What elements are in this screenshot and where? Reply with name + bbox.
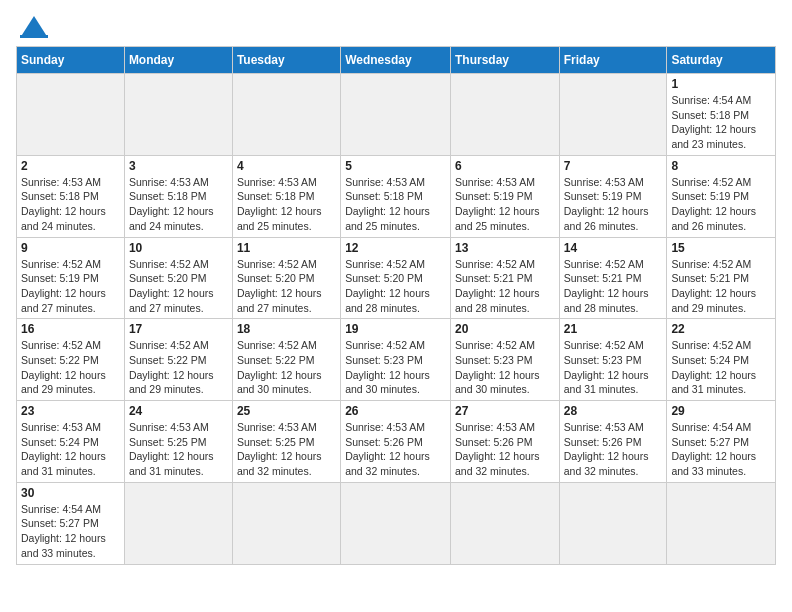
calendar-cell xyxy=(450,482,559,564)
day-number: 21 xyxy=(564,322,663,336)
calendar-cell xyxy=(450,74,559,156)
day-info: Sunrise: 4:53 AM Sunset: 5:26 PM Dayligh… xyxy=(564,420,663,479)
day-info: Sunrise: 4:53 AM Sunset: 5:18 PM Dayligh… xyxy=(237,175,336,234)
day-info: Sunrise: 4:53 AM Sunset: 5:26 PM Dayligh… xyxy=(455,420,555,479)
calendar-cell: 10Sunrise: 4:52 AM Sunset: 5:20 PM Dayli… xyxy=(124,237,232,319)
header xyxy=(16,16,776,38)
weekday-header-tuesday: Tuesday xyxy=(232,47,340,74)
day-number: 24 xyxy=(129,404,228,418)
day-info: Sunrise: 4:52 AM Sunset: 5:23 PM Dayligh… xyxy=(564,338,663,397)
calendar-cell xyxy=(667,482,776,564)
calendar-cell: 23Sunrise: 4:53 AM Sunset: 5:24 PM Dayli… xyxy=(17,401,125,483)
day-info: Sunrise: 4:53 AM Sunset: 5:26 PM Dayligh… xyxy=(345,420,446,479)
day-info: Sunrise: 4:53 AM Sunset: 5:19 PM Dayligh… xyxy=(564,175,663,234)
weekday-header-sunday: Sunday xyxy=(17,47,125,74)
calendar-cell: 6Sunrise: 4:53 AM Sunset: 5:19 PM Daylig… xyxy=(450,155,559,237)
calendar-week-row: 16Sunrise: 4:52 AM Sunset: 5:22 PM Dayli… xyxy=(17,319,776,401)
day-info: Sunrise: 4:54 AM Sunset: 5:27 PM Dayligh… xyxy=(21,502,120,561)
calendar-cell: 30Sunrise: 4:54 AM Sunset: 5:27 PM Dayli… xyxy=(17,482,125,564)
day-number: 6 xyxy=(455,159,555,173)
calendar-cell: 15Sunrise: 4:52 AM Sunset: 5:21 PM Dayli… xyxy=(667,237,776,319)
day-number: 26 xyxy=(345,404,446,418)
day-number: 28 xyxy=(564,404,663,418)
day-number: 25 xyxy=(237,404,336,418)
calendar-week-row: 30Sunrise: 4:54 AM Sunset: 5:27 PM Dayli… xyxy=(17,482,776,564)
day-info: Sunrise: 4:54 AM Sunset: 5:27 PM Dayligh… xyxy=(671,420,771,479)
calendar-cell: 29Sunrise: 4:54 AM Sunset: 5:27 PM Dayli… xyxy=(667,401,776,483)
day-number: 2 xyxy=(21,159,120,173)
day-number: 3 xyxy=(129,159,228,173)
calendar-cell: 27Sunrise: 4:53 AM Sunset: 5:26 PM Dayli… xyxy=(450,401,559,483)
day-info: Sunrise: 4:52 AM Sunset: 5:22 PM Dayligh… xyxy=(237,338,336,397)
calendar-cell: 25Sunrise: 4:53 AM Sunset: 5:25 PM Dayli… xyxy=(232,401,340,483)
day-info: Sunrise: 4:52 AM Sunset: 5:24 PM Dayligh… xyxy=(671,338,771,397)
logo xyxy=(16,16,48,38)
calendar-cell: 28Sunrise: 4:53 AM Sunset: 5:26 PM Dayli… xyxy=(559,401,667,483)
calendar-cell: 13Sunrise: 4:52 AM Sunset: 5:21 PM Dayli… xyxy=(450,237,559,319)
calendar-week-row: 9Sunrise: 4:52 AM Sunset: 5:19 PM Daylig… xyxy=(17,237,776,319)
day-info: Sunrise: 4:52 AM Sunset: 5:19 PM Dayligh… xyxy=(671,175,771,234)
calendar-cell xyxy=(232,482,340,564)
weekday-header-row: SundayMondayTuesdayWednesdayThursdayFrid… xyxy=(17,47,776,74)
day-info: Sunrise: 4:53 AM Sunset: 5:18 PM Dayligh… xyxy=(21,175,120,234)
weekday-header-saturday: Saturday xyxy=(667,47,776,74)
weekday-header-friday: Friday xyxy=(559,47,667,74)
day-number: 18 xyxy=(237,322,336,336)
calendar-cell: 3Sunrise: 4:53 AM Sunset: 5:18 PM Daylig… xyxy=(124,155,232,237)
day-number: 7 xyxy=(564,159,663,173)
calendar-cell: 12Sunrise: 4:52 AM Sunset: 5:20 PM Dayli… xyxy=(341,237,451,319)
svg-marker-0 xyxy=(20,16,48,38)
day-number: 27 xyxy=(455,404,555,418)
calendar-table: SundayMondayTuesdayWednesdayThursdayFrid… xyxy=(16,46,776,565)
calendar-cell xyxy=(124,482,232,564)
calendar-cell: 1Sunrise: 4:54 AM Sunset: 5:18 PM Daylig… xyxy=(667,74,776,156)
day-info: Sunrise: 4:52 AM Sunset: 5:20 PM Dayligh… xyxy=(129,257,228,316)
day-number: 11 xyxy=(237,241,336,255)
day-info: Sunrise: 4:53 AM Sunset: 5:18 PM Dayligh… xyxy=(129,175,228,234)
day-info: Sunrise: 4:52 AM Sunset: 5:22 PM Dayligh… xyxy=(21,338,120,397)
day-info: Sunrise: 4:52 AM Sunset: 5:21 PM Dayligh… xyxy=(671,257,771,316)
day-info: Sunrise: 4:52 AM Sunset: 5:21 PM Dayligh… xyxy=(455,257,555,316)
calendar-cell: 18Sunrise: 4:52 AM Sunset: 5:22 PM Dayli… xyxy=(232,319,340,401)
day-info: Sunrise: 4:54 AM Sunset: 5:18 PM Dayligh… xyxy=(671,93,771,152)
day-info: Sunrise: 4:52 AM Sunset: 5:22 PM Dayligh… xyxy=(129,338,228,397)
day-number: 15 xyxy=(671,241,771,255)
logo-triangle-icon xyxy=(20,16,48,38)
day-info: Sunrise: 4:52 AM Sunset: 5:23 PM Dayligh… xyxy=(455,338,555,397)
calendar-cell: 11Sunrise: 4:52 AM Sunset: 5:20 PM Dayli… xyxy=(232,237,340,319)
weekday-header-thursday: Thursday xyxy=(450,47,559,74)
logo-wordmark xyxy=(16,16,48,38)
day-number: 5 xyxy=(345,159,446,173)
calendar-cell: 17Sunrise: 4:52 AM Sunset: 5:22 PM Dayli… xyxy=(124,319,232,401)
weekday-header-monday: Monday xyxy=(124,47,232,74)
day-number: 17 xyxy=(129,322,228,336)
calendar-cell: 24Sunrise: 4:53 AM Sunset: 5:25 PM Dayli… xyxy=(124,401,232,483)
calendar-cell xyxy=(17,74,125,156)
day-number: 29 xyxy=(671,404,771,418)
calendar-cell: 14Sunrise: 4:52 AM Sunset: 5:21 PM Dayli… xyxy=(559,237,667,319)
day-number: 9 xyxy=(21,241,120,255)
calendar-week-row: 1Sunrise: 4:54 AM Sunset: 5:18 PM Daylig… xyxy=(17,74,776,156)
day-info: Sunrise: 4:52 AM Sunset: 5:20 PM Dayligh… xyxy=(345,257,446,316)
calendar-cell: 8Sunrise: 4:52 AM Sunset: 5:19 PM Daylig… xyxy=(667,155,776,237)
day-number: 10 xyxy=(129,241,228,255)
calendar-cell xyxy=(341,74,451,156)
day-info: Sunrise: 4:52 AM Sunset: 5:20 PM Dayligh… xyxy=(237,257,336,316)
calendar-cell: 9Sunrise: 4:52 AM Sunset: 5:19 PM Daylig… xyxy=(17,237,125,319)
day-info: Sunrise: 4:53 AM Sunset: 5:25 PM Dayligh… xyxy=(129,420,228,479)
calendar-cell xyxy=(559,482,667,564)
calendar-cell: 4Sunrise: 4:53 AM Sunset: 5:18 PM Daylig… xyxy=(232,155,340,237)
day-info: Sunrise: 4:52 AM Sunset: 5:23 PM Dayligh… xyxy=(345,338,446,397)
day-number: 30 xyxy=(21,486,120,500)
day-info: Sunrise: 4:53 AM Sunset: 5:18 PM Dayligh… xyxy=(345,175,446,234)
calendar-cell: 16Sunrise: 4:52 AM Sunset: 5:22 PM Dayli… xyxy=(17,319,125,401)
day-number: 22 xyxy=(671,322,771,336)
calendar-cell xyxy=(341,482,451,564)
day-number: 12 xyxy=(345,241,446,255)
weekday-header-wednesday: Wednesday xyxy=(341,47,451,74)
calendar-cell: 5Sunrise: 4:53 AM Sunset: 5:18 PM Daylig… xyxy=(341,155,451,237)
day-number: 13 xyxy=(455,241,555,255)
day-number: 14 xyxy=(564,241,663,255)
day-number: 20 xyxy=(455,322,555,336)
svg-rect-1 xyxy=(20,35,48,38)
